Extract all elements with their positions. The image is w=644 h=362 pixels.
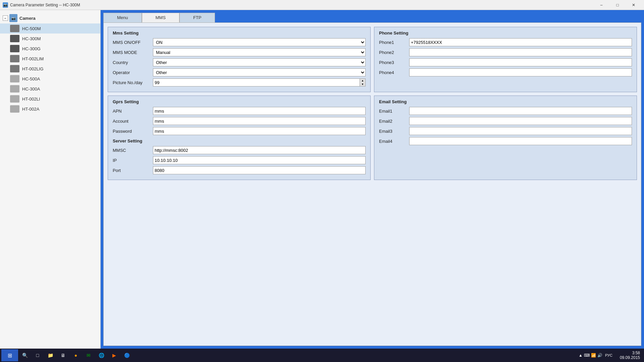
mmsc-row: MMSC	[113, 146, 366, 154]
sidebar-header: − 📷 Camera	[0, 13, 100, 23]
port-input[interactable]	[153, 166, 366, 174]
picture-day-spinbox: ▲ ▼	[153, 78, 366, 86]
sidebar-label-hc300a: HC-300A	[22, 86, 40, 92]
window-title: Camera Parameter Setting -- HC-300M	[10, 3, 594, 7]
account-row: Account	[113, 117, 366, 125]
email3-input[interactable]	[409, 127, 632, 135]
tray-chevron[interactable]: ▲	[579, 353, 583, 358]
mms-mode-select[interactable]: Manual Auto	[153, 48, 366, 56]
sidebar-label-hc300m: HC-300M	[22, 36, 41, 41]
store-button[interactable]: 🖥	[57, 349, 69, 361]
password-input[interactable]	[153, 127, 366, 135]
content-area: Menu MMS FTP Mms Setting MMS ON/OFF ON	[101, 10, 644, 349]
search-taskbar-button[interactable]: 🔍	[19, 349, 31, 361]
picture-day-row: Picture No./day ▲ ▼	[113, 78, 366, 86]
email2-label: Email2	[379, 119, 409, 124]
device-icon-hc500a	[10, 75, 19, 82]
operator-label: Operator	[113, 70, 153, 75]
mms-on-off-select[interactable]: ON OFF	[153, 38, 366, 46]
tab-menu[interactable]: Menu	[103, 13, 142, 22]
phone1-row: Phone1	[379, 38, 632, 46]
phone3-row: Phone3	[379, 58, 632, 66]
phone4-row: Phone4	[379, 68, 632, 76]
phone2-input[interactable]	[409, 48, 632, 56]
mmsc-input[interactable]	[153, 146, 366, 154]
ip-label: IP	[113, 158, 153, 163]
phone4-input[interactable]	[409, 68, 632, 76]
email4-row: Email4	[379, 137, 632, 145]
email-setting-title: Email Setting	[379, 99, 632, 104]
ip-input[interactable]	[153, 156, 366, 164]
sidebar-label-ht002a: HT-002A	[22, 107, 39, 112]
spinbox-down-button[interactable]: ▼	[360, 82, 365, 86]
email1-label: Email1	[379, 109, 409, 114]
sidebar: − 📷 Camera HC-500M HC-300M HC-300G HT-00…	[0, 10, 101, 349]
phone-setting-title: Phone Setting	[379, 31, 632, 36]
email2-input[interactable]	[409, 117, 632, 125]
sidebar-item-hc500m[interactable]: HC-500M	[0, 23, 100, 34]
sidebar-header-label: Camera	[19, 16, 36, 21]
apn-label: APN	[113, 109, 153, 114]
tab-mms[interactable]: MMS	[142, 13, 179, 22]
task-view-button[interactable]: □	[32, 349, 44, 361]
taskbar-clock[interactable]: 3:58 09.09.2015	[617, 351, 643, 360]
sidebar-item-ht002li[interactable]: HT-002LI	[0, 94, 100, 104]
sidebar-item-hc300a[interactable]: HC-300A	[0, 84, 100, 94]
spinbox-up-button[interactable]: ▲	[360, 79, 365, 82]
device-icon-hc300m	[10, 35, 19, 42]
phone2-label: Phone2	[379, 50, 409, 55]
sidebar-item-hc300m[interactable]: HC-300M	[0, 34, 100, 44]
sidebar-item-ht002a[interactable]: HT-002A	[0, 104, 100, 114]
sidebar-item-hc300g[interactable]: HC-300G	[0, 44, 100, 54]
picture-day-input[interactable]	[153, 78, 360, 86]
tab-ftp[interactable]: FTP	[179, 13, 215, 22]
mms-setting-title: Mms Setting	[113, 31, 366, 36]
country-select[interactable]: Other	[153, 58, 366, 66]
ie-button[interactable]: 🌐	[95, 349, 107, 361]
mms-on-off-row: MMS ON/OFF ON OFF	[113, 38, 366, 46]
sidebar-item-ht002lig[interactable]: HT-002LIG	[0, 64, 100, 74]
edge-button[interactable]: ●	[70, 349, 82, 361]
start-button[interactable]: ⊞	[1, 349, 18, 361]
clock-date: 09.09.2015	[620, 355, 640, 360]
sidebar-item-hc500a[interactable]: HC-500A	[0, 74, 100, 84]
sidebar-label-hc300g: HC-300G	[22, 46, 41, 51]
email4-input[interactable]	[409, 137, 632, 145]
sidebar-label-ht002lim: HT-002LIM	[22, 56, 44, 61]
device-icon-hc300a	[10, 85, 19, 93]
maximize-button[interactable]: □	[610, 0, 625, 10]
file-explorer-button[interactable]: 📁	[44, 349, 56, 361]
port-label: Port	[113, 168, 153, 173]
password-row: Password	[113, 127, 366, 135]
sidebar-label-ht002lig: HT-002LIG	[22, 66, 44, 71]
email1-input[interactable]	[409, 107, 632, 115]
password-label: Password	[113, 129, 153, 134]
device-icon-ht002li	[10, 95, 19, 103]
mms-on-off-label: MMS ON/OFF	[113, 40, 153, 45]
email3-row: Email3	[379, 127, 632, 135]
phone4-label: Phone4	[379, 70, 409, 75]
minimize-button[interactable]: –	[594, 0, 609, 10]
port-row: Port	[113, 166, 366, 174]
phone1-input[interactable]	[409, 38, 632, 46]
tray-lang[interactable]: РУС	[604, 353, 614, 357]
sidebar-item-ht002lim[interactable]: HT-002LIM	[0, 54, 100, 64]
app-button[interactable]: 🔵	[121, 349, 133, 361]
media-button[interactable]: ▶	[108, 349, 120, 361]
taskbar-tray: ▲ ⌨ 📶 🔊 РУС	[576, 353, 616, 358]
sidebar-label-hc500m: HC-500M	[22, 26, 41, 31]
mms-setting-section: Mms Setting MMS ON/OFF ON OFF MMS MODE M…	[108, 27, 371, 92]
phone3-input[interactable]	[409, 58, 632, 66]
mms-mode-label: MMS MODE	[113, 50, 153, 55]
account-input[interactable]	[153, 117, 366, 125]
device-icon-ht002a	[10, 105, 19, 113]
close-button[interactable]: ✕	[626, 0, 641, 10]
operator-select[interactable]: Other	[153, 68, 366, 76]
phone-setting-section: Phone Setting Phone1 Phone2 Phone3	[374, 27, 637, 92]
picture-day-label: Picture No./day	[113, 80, 153, 85]
sidebar-label-ht002li: HT-002LI	[22, 97, 40, 102]
collapse-button[interactable]: −	[3, 15, 8, 21]
outlook-button[interactable]: ✉	[83, 349, 95, 361]
apn-input[interactable]	[153, 107, 366, 115]
bottom-row: Gprs Setting APN Account Password Server…	[108, 96, 637, 180]
